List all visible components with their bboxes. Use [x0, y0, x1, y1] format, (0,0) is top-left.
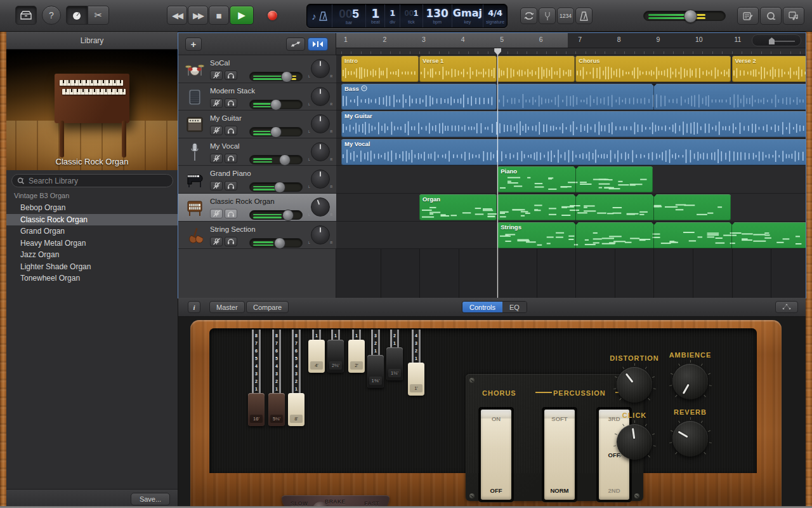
drawbar-handle[interactable]: 8': [288, 393, 304, 426]
timeline-lane[interactable]: My Guitar: [336, 110, 806, 138]
drawbar-handle[interactable]: 16': [248, 393, 265, 426]
lcd-signature-cell[interactable]: 4/4 signature: [483, 4, 507, 27]
region-organ[interactable]: Organ: [419, 194, 497, 220]
timeline-lane[interactable]: Strings: [336, 222, 806, 250]
pan-knob[interactable]: LR: [311, 114, 330, 133]
beat-strip[interactable]: [336, 48, 806, 55]
drawbar-handle[interactable]: 5⅓': [268, 393, 285, 426]
smart-controls-button[interactable]: [66, 6, 88, 25]
mute-button[interactable]: [210, 98, 223, 108]
media-browser-button[interactable]: [783, 7, 804, 25]
library-list-item[interactable]: Grand Organ: [6, 225, 178, 237]
solo-button[interactable]: [225, 181, 237, 190]
mute-button[interactable]: [210, 209, 223, 218]
library-list-item[interactable]: Classic Rock Organ: [6, 214, 178, 226]
track-header-row[interactable]: Grand PianoLR: [178, 166, 336, 194]
track-volume-slider[interactable]: [249, 238, 303, 248]
cycle-button[interactable]: [520, 8, 537, 24]
pan-knob[interactable]: LR: [311, 170, 330, 189]
lcd-beat-cell[interactable]: 1 beat: [366, 4, 385, 27]
tuner-button[interactable]: [539, 8, 556, 24]
master-volume-slider[interactable]: [643, 11, 726, 21]
lcd-mode-cell[interactable]: ♪: [307, 4, 332, 27]
mute-button[interactable]: [210, 154, 223, 163]
loop-browser-button[interactable]: [760, 7, 782, 25]
region-chorus[interactable]: Chorus: [575, 56, 731, 82]
save-button[interactable]: Save...: [131, 493, 170, 505]
pan-knob[interactable]: LR: [311, 59, 330, 78]
tab-eq[interactable]: EQ: [502, 302, 527, 312]
notepad-button[interactable]: [737, 7, 759, 25]
knob-distortion[interactable]: [617, 367, 652, 403]
timeline-lane[interactable]: My Vocal: [336, 138, 806, 166]
tab-controls[interactable]: Controls: [462, 302, 502, 312]
percussion-harmonic-switch[interactable]: 3RDOFF2ND: [596, 407, 632, 502]
record-button[interactable]: [261, 6, 283, 25]
region-my-guitar[interactable]: My Guitar: [341, 111, 806, 137]
master-volume-knob[interactable]: [684, 10, 697, 23]
track-volume-knob[interactable]: [270, 99, 282, 110]
track-volume-slider[interactable]: [249, 210, 303, 220]
track-volume-knob[interactable]: [282, 210, 294, 221]
rewind-button[interactable]: ◀◀: [167, 6, 187, 25]
solo-button[interactable]: [225, 209, 237, 218]
region-piano[interactable]: Piano: [497, 166, 653, 192]
help-button[interactable]: ?: [42, 6, 61, 25]
solo-button[interactable]: [225, 70, 237, 80]
track-header-row[interactable]: String SectionLR: [178, 222, 336, 250]
editor-button[interactable]: ✂: [88, 6, 109, 25]
library-category[interactable]: Vintage B3 Organ: [14, 192, 69, 199]
percussion-mode-switch[interactable]: SOFTNORM: [542, 407, 577, 502]
drawbar-handle[interactable]: 1⅓': [386, 347, 403, 380]
count-in-button[interactable]: 1234: [557, 8, 574, 24]
region-verse-1[interactable]: Verse 1: [419, 56, 497, 82]
automation-button[interactable]: [286, 37, 305, 51]
timeline-ruler[interactable]: 123456789101112: [336, 33, 806, 48]
track-volume-knob[interactable]: [270, 126, 282, 138]
knob-reverb[interactable]: [672, 421, 708, 457]
region-strings[interactable]: Strings: [497, 222, 806, 248]
solo-button[interactable]: [225, 126, 237, 135]
info-button[interactable]: i: [188, 301, 200, 313]
knob-ambience[interactable]: [672, 364, 708, 399]
metronome-button[interactable]: [575, 8, 593, 24]
chorus-switch[interactable]: ONOFF: [478, 407, 514, 502]
track-volume-knob[interactable]: [274, 182, 285, 193]
zoom-slider[interactable]: [752, 34, 801, 46]
region-segment[interactable]: [497, 84, 806, 110]
drawbar-handle[interactable]: 2⅔': [327, 340, 344, 373]
track-header-row[interactable]: Classic Rock OrganLR: [178, 194, 336, 222]
track-header-row[interactable]: SoCalLR: [178, 55, 336, 83]
add-track-button[interactable]: +: [185, 37, 202, 51]
region-verse-2[interactable]: Verse 2: [732, 56, 806, 82]
master-button[interactable]: Master: [209, 301, 245, 313]
lcd-tick-cell[interactable]: 001 tick: [400, 4, 423, 27]
smart-control-view-button[interactable]: [775, 301, 798, 313]
zoom-thumb[interactable]: [769, 37, 775, 44]
library-list-item[interactable]: Tonewheel Organ: [6, 272, 178, 284]
lcd-key-cell[interactable]: Gmaj key: [452, 4, 484, 27]
catch-playhead-button[interactable]: [308, 37, 328, 51]
track-volume-slider[interactable]: [249, 155, 303, 164]
track-header-row[interactable]: My VocalLR: [178, 138, 336, 166]
pan-knob[interactable]: LR: [311, 225, 330, 244]
timeline-lane[interactable]: IntroVerse 1ChorusVerse 2: [336, 55, 806, 83]
region-segment[interactable]: [497, 56, 575, 82]
lcd-display[interactable]: ♪ 005 bar 1 beat 1 div 001 tick 130 bpm: [306, 4, 508, 28]
track-volume-knob[interactable]: [281, 71, 292, 83]
timeline-lane[interactable]: Organ: [336, 194, 806, 222]
lcd-bar-cell[interactable]: 005 bar: [332, 4, 367, 27]
drawbar-handle[interactable]: 2': [348, 340, 365, 373]
track-header-row[interactable]: Modern StackLR: [178, 83, 336, 111]
region-segment[interactable]: [497, 194, 731, 220]
track-volume-knob[interactable]: [279, 154, 291, 166]
library-list-item[interactable]: Heavy Metal Organ: [6, 237, 178, 250]
track-header-row[interactable]: My GuitarLR: [178, 110, 336, 138]
stop-button[interactable]: ■: [209, 6, 229, 25]
library-list-item[interactable]: Bebop Organ: [6, 202, 178, 214]
mute-button[interactable]: [210, 126, 223, 135]
library-search-field[interactable]: Search Library: [11, 174, 173, 187]
track-volume-slider[interactable]: [249, 72, 303, 81]
solo-button[interactable]: [225, 154, 237, 163]
timeline-lane[interactable]: Bass: [336, 83, 806, 111]
